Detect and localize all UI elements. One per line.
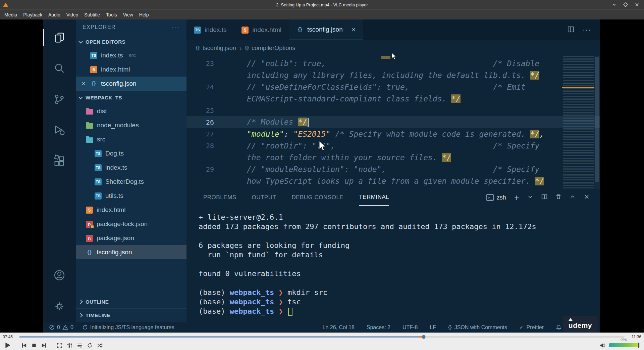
- source-control-icon[interactable]: [43, 84, 76, 115]
- cursor-position[interactable]: Ln 26, Col 18: [323, 324, 355, 331]
- tree-item-src[interactable]: src: [76, 132, 186, 146]
- tree-item-utils.ts[interactable]: TSutils.ts: [76, 189, 186, 203]
- menu-subtitle[interactable]: Subtitle: [81, 10, 103, 19]
- tree-item-tsconfig.json[interactable]: {}tsconfig.json: [76, 245, 186, 259]
- play-button[interactable]: [2, 341, 13, 350]
- volume-control: 95%: [599, 343, 640, 348]
- workspace-header[interactable]: WEBPACK_TS: [76, 91, 186, 104]
- tab-index.html[interactable]: 5index.html: [234, 19, 289, 40]
- chevron-right-icon: [78, 300, 83, 304]
- menu-help[interactable]: Help: [136, 10, 152, 19]
- accounts-icon[interactable]: [43, 260, 76, 291]
- menu-tools[interactable]: Tools: [103, 10, 120, 19]
- seek-slider[interactable]: [19, 336, 625, 338]
- maximize-panel-icon[interactable]: [570, 194, 576, 201]
- explorer-more-actions-icon[interactable]: ···: [171, 24, 180, 31]
- tree-item-index.ts[interactable]: TSindex.ts: [76, 161, 186, 175]
- minimap[interactable]: [563, 56, 594, 189]
- editor-tab-bar: TSindex.ts5index.html{}tsconfig.json× ··…: [186, 19, 600, 40]
- shell-selector[interactable]: >_ zsh: [486, 194, 506, 201]
- menu-video[interactable]: Video: [63, 10, 82, 19]
- breadcrumb-item[interactable]: {}compilerOptions: [245, 45, 295, 52]
- language-mode[interactable]: {} JSON with Comments: [448, 324, 507, 331]
- menu-media[interactable]: Media: [0, 10, 20, 19]
- section-timeline[interactable]: TIMELINE: [76, 308, 186, 322]
- tab-index.ts[interactable]: TSindex.ts: [186, 19, 234, 40]
- tab-tsconfig.json[interactable]: {}tsconfig.json×: [289, 19, 363, 40]
- eol[interactable]: LF: [430, 324, 436, 331]
- loop-button[interactable]: [85, 341, 95, 350]
- panel-tab-output[interactable]: OUTPUT: [252, 189, 276, 206]
- text-cursor: [308, 118, 309, 127]
- vlc-menubar: MediaPlaybackAudioVideoSubtitleToolsView…: [0, 9, 644, 19]
- tree-item-ShelterDog.ts[interactable]: TSShelterDog.ts: [76, 175, 186, 189]
- tree-item-index.html[interactable]: 5index.html: [76, 203, 186, 217]
- search-icon[interactable]: [43, 53, 76, 84]
- panel-tab-terminal[interactable]: TERMINAL: [359, 189, 389, 206]
- settings-icon[interactable]: [43, 291, 76, 322]
- terminal-line: found 0 vulnerabilities: [199, 269, 600, 278]
- video-area[interactable]: EXPLORER ··· OPEN EDITORS TSindex.tssrc5…: [0, 19, 644, 333]
- run-debug-icon[interactable]: [43, 115, 76, 146]
- menu-view[interactable]: View: [120, 10, 136, 19]
- problems-indicator[interactable]: 0 0: [49, 324, 73, 331]
- editor-line: including any library files, including t…: [186, 69, 600, 81]
- terminal[interactable]: + lite-server@2.6.1added 173 packages fr…: [186, 206, 600, 322]
- editor-line-23: 23// "noLib": true, /* Disable: [186, 57, 600, 69]
- open-editor-index.html[interactable]: 5index.html: [76, 62, 186, 77]
- tree-item-package-lock.json[interactable]: npackage-lock.json: [76, 217, 186, 231]
- stop-button[interactable]: [29, 341, 39, 350]
- extended-settings-button[interactable]: [64, 341, 74, 350]
- extensions-icon[interactable]: [43, 146, 76, 177]
- volume-slider[interactable]: [609, 343, 640, 347]
- open-editor-index.ts[interactable]: TSindex.tssrc: [76, 48, 186, 62]
- tree-item-node_modules[interactable]: node_modules: [76, 118, 186, 132]
- editor-line-26: 26/* Modules */: [186, 116, 600, 128]
- speaker-icon[interactable]: [599, 343, 606, 348]
- close-tab-icon[interactable]: ×: [352, 26, 356, 33]
- panel-tab-problems[interactable]: PROBLEMS: [203, 189, 236, 206]
- playlist-button[interactable]: [74, 341, 85, 350]
- indentation[interactable]: Spaces: 2: [367, 324, 390, 331]
- seek-handle[interactable]: [422, 335, 426, 339]
- previous-button[interactable]: [19, 341, 29, 350]
- formatter[interactable]: ✓ Prettier: [519, 324, 544, 331]
- udemy-watermark: udemy: [563, 316, 598, 332]
- code-editor[interactable]: 23// "noLib": true, /* Disableincluding …: [186, 56, 600, 189]
- kill-terminal-icon[interactable]: [555, 194, 561, 201]
- language-status[interactable]: Initializing JS/TS language features: [82, 324, 174, 331]
- close-button[interactable]: [635, 2, 639, 7]
- tree-item-dist[interactable]: dist: [76, 104, 186, 118]
- check-icon: ✓: [519, 324, 524, 331]
- search-match-fragment: [381, 56, 390, 59]
- ts-icon: TS: [95, 178, 102, 185]
- open-editor-tsconfig.json[interactable]: ×{}tsconfig.json: [76, 77, 186, 91]
- tree-item-package.json[interactable]: npackage.json: [76, 231, 186, 245]
- breadcrumb[interactable]: {}tsconfig.json›{}compilerOptions: [186, 40, 600, 56]
- editor-more-actions-icon[interactable]: ···: [583, 26, 591, 34]
- feedback-icon[interactable]: [556, 324, 561, 330]
- section-outline[interactable]: OUTLINE: [76, 295, 186, 308]
- tree-item-Dog.ts[interactable]: TSDog.ts: [76, 146, 186, 161]
- open-editors-header[interactable]: OPEN EDITORS: [76, 35, 186, 48]
- split-terminal-icon[interactable]: [541, 194, 547, 201]
- split-editor-icon[interactable]: [568, 26, 574, 34]
- editor-scrollbar[interactable]: [594, 56, 600, 189]
- panel-tab-debug-console[interactable]: DEBUG CONSOLE: [291, 189, 343, 206]
- next-button[interactable]: [39, 341, 49, 350]
- fullscreen-button[interactable]: [54, 341, 64, 350]
- menu-audio[interactable]: Audio: [45, 10, 63, 19]
- vlc-controller: 07:45 11:36 95%: [0, 333, 644, 350]
- maximize-button[interactable]: [623, 2, 628, 7]
- random-button[interactable]: [95, 341, 105, 350]
- minimize-button[interactable]: [612, 2, 616, 7]
- encoding[interactable]: UTF-8: [402, 324, 418, 331]
- terminal-dropdown-icon[interactable]: [527, 194, 533, 201]
- close-panel-icon[interactable]: [584, 194, 590, 201]
- editor-line: how TypeScript looks up a file from a gi…: [186, 175, 600, 187]
- terminal-line: (base) webpack_ts ❯: [199, 307, 600, 316]
- new-terminal-icon[interactable]: +: [514, 193, 519, 202]
- breadcrumb-item[interactable]: {}tsconfig.json: [196, 45, 236, 52]
- explorer-icon[interactable]: [43, 22, 76, 53]
- menu-playback[interactable]: Playback: [20, 10, 45, 19]
